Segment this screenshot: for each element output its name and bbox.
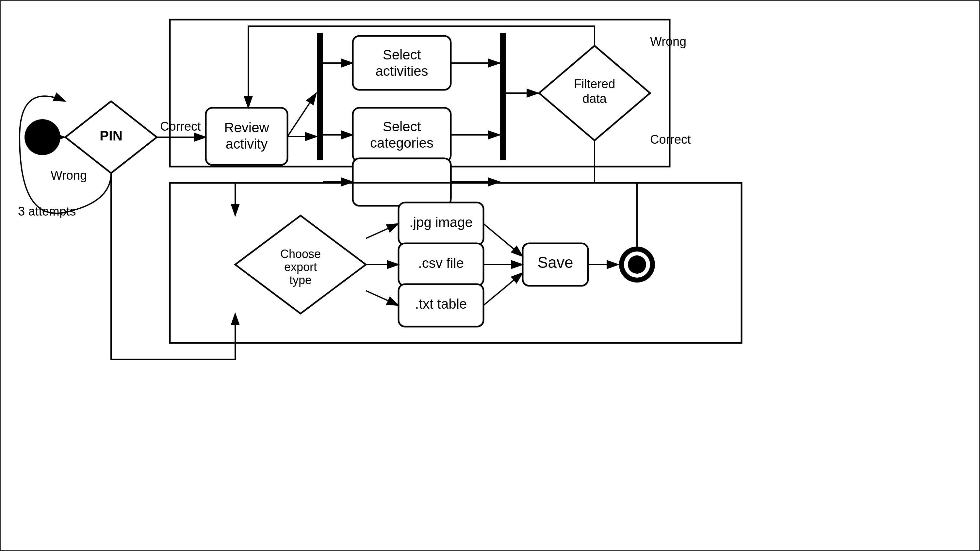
select-activities-box xyxy=(353,36,451,90)
select-activities-label2: activities xyxy=(375,64,428,79)
review-activity-label2: activity xyxy=(226,136,267,152)
select-activities-label1: Select xyxy=(383,47,421,62)
choose-export-label3: type xyxy=(290,273,312,287)
review-activity-label: Review xyxy=(224,120,269,135)
select-categories-label1: Select xyxy=(383,119,421,134)
choose-export-label1: Choose xyxy=(280,247,321,260)
wrong-label-pin: Wrong xyxy=(51,168,87,182)
save-label: Save xyxy=(538,254,573,271)
join-bar-right xyxy=(500,33,506,160)
filtered-data-label2: data xyxy=(582,92,607,105)
wrong-label-filtered: Wrong xyxy=(650,35,686,48)
pin-label: PIN xyxy=(100,128,123,143)
filter-time-range-box2 xyxy=(353,159,451,206)
filtered-data-label1: Filtered xyxy=(574,77,616,91)
select-categories-label2: categories xyxy=(370,135,433,151)
start-node xyxy=(24,119,60,155)
correct-label-filtered: Correct xyxy=(650,133,691,146)
three-attempts-label: 3 attempts xyxy=(18,205,76,218)
fork-bar-left xyxy=(317,33,323,160)
jpg-image-label: .jpg image xyxy=(409,214,473,230)
csv-file-label: .csv file xyxy=(418,256,464,271)
choose-export-label2: export xyxy=(284,260,317,274)
final-node-center xyxy=(628,256,646,274)
txt-table-label: .txt table xyxy=(415,296,467,311)
svg-rect-2 xyxy=(0,0,980,551)
correct-label: Correct xyxy=(160,119,201,133)
select-categories-box xyxy=(353,108,451,162)
